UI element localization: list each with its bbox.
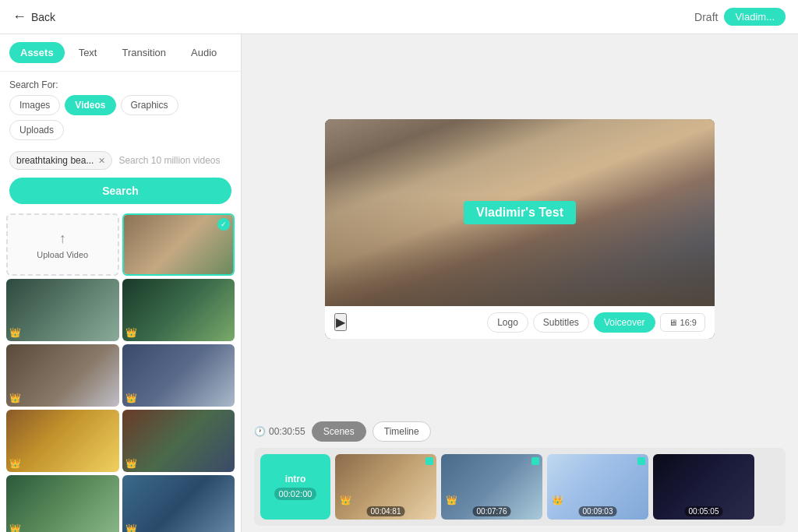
sidebar-tabs: Assets Text Transition Audio	[0, 34, 241, 72]
tag-clear-icon[interactable]: ✕	[98, 156, 105, 166]
tab-assets[interactable]: Assets	[9, 42, 65, 63]
video-result-8[interactable]: 👑	[6, 475, 119, 532]
crown-icon-7: 👑	[125, 458, 137, 469]
scene-1[interactable]: 👑 00:04:81	[335, 454, 436, 520]
crown-icon-2: 👑	[9, 327, 21, 338]
voiceover-button[interactable]: Voiceover	[594, 312, 655, 333]
search-type-row: Images Videos Graphics Uploads	[9, 95, 231, 140]
tab-transition[interactable]: Transition	[111, 42, 177, 63]
upload-icon: ↑	[59, 231, 66, 247]
video-result-5[interactable]: 👑	[122, 344, 235, 407]
user-badge[interactable]: Vladim...	[724, 8, 786, 26]
scene-intro[interactable]: intro 00:02:00	[260, 454, 330, 520]
scene-duration-2: 00:07:76	[473, 506, 511, 516]
crown-icon-9: 👑	[125, 523, 137, 532]
clock-icon: 🕐	[254, 426, 266, 437]
search-placeholder-text: Search 10 million videos	[118, 155, 220, 166]
search-tag-text: breathtaking bea...	[16, 155, 94, 166]
search-tag[interactable]: breathtaking bea... ✕	[9, 151, 112, 170]
video-result-6[interactable]: 👑	[6, 410, 119, 472]
tab-text[interactable]: Text	[68, 42, 108, 63]
crown-icon-5: 👑	[125, 393, 137, 403]
upload-label: Upload Video	[37, 250, 88, 259]
video-result-3[interactable]: 👑	[122, 279, 235, 341]
scene-duration-1: 00:04:81	[367, 506, 405, 516]
time-value: 00:30:55	[269, 426, 305, 437]
tab-audio[interactable]: Audio	[180, 42, 228, 63]
sidebar: Assets Text Transition Audio Search For:…	[0, 34, 242, 532]
timeline-area: 🕐 00:30:55 Scenes Timeline intro 00:02:0…	[242, 415, 798, 532]
scene-duration-3: 00:09:03	[579, 506, 617, 516]
search-btn-row: Search	[0, 174, 241, 210]
search-for-label: Search For:	[9, 79, 231, 90]
scene-4[interactable]: 00:05:05	[653, 454, 754, 520]
scene-duration-4: 00:05:05	[685, 506, 723, 516]
back-arrow-icon: ←	[12, 9, 26, 25]
top-right-controls: Draft Vladim...	[694, 8, 786, 26]
video-preview: Vladimir's Test ▶ Logo Subtitles Voiceov…	[325, 119, 715, 339]
content-area: Vladimir's Test ▶ Logo Subtitles Voiceov…	[242, 34, 798, 532]
back-label: Back	[31, 11, 55, 23]
subtitles-button[interactable]: Subtitles	[533, 312, 589, 333]
scene-3[interactable]: 👑 00:09:03	[547, 454, 648, 520]
crown-icon-3: 👑	[125, 327, 137, 338]
scene-intro-label: intro	[285, 474, 306, 484]
search-section: Search For: Images Videos Graphics Uploa…	[0, 72, 241, 145]
scene-crown-1: 👑	[340, 495, 351, 506]
video-controls: ▶ Logo Subtitles Voiceover 🖥 16:9	[325, 306, 715, 339]
scene-intro-duration: 00:02:00	[274, 488, 317, 500]
type-uploads[interactable]: Uploads	[9, 120, 64, 140]
scene-2[interactable]: 👑 00:07:76	[441, 454, 542, 520]
top-bar: ← Back Draft Vladim...	[0, 0, 798, 34]
logo-button[interactable]: Logo	[487, 312, 528, 333]
search-button[interactable]: Search	[9, 178, 231, 204]
back-button[interactable]: ← Back	[12, 9, 55, 25]
video-result-2[interactable]: 👑	[6, 279, 119, 341]
draft-label: Draft	[694, 11, 718, 23]
timeline-controls: 🕐 00:30:55 Scenes Timeline	[254, 415, 786, 448]
timeline-tab[interactable]: Timeline	[373, 421, 431, 442]
aspect-ratio-button[interactable]: 🖥 16:9	[660, 313, 705, 332]
video-result-4[interactable]: 👑	[6, 344, 119, 407]
selected-badge: ✓	[217, 218, 230, 231]
video-frame: Vladimir's Test	[325, 119, 715, 306]
type-videos[interactable]: Videos	[65, 95, 115, 115]
scene-crown-3: 👑	[552, 495, 563, 506]
main-layout: Assets Text Transition Audio Search For:…	[0, 34, 798, 532]
scenes-tab[interactable]: Scenes	[312, 421, 366, 442]
crown-icon-4: 👑	[9, 393, 21, 403]
video-result-7[interactable]: 👑	[122, 410, 235, 472]
preview-area: Vladimir's Test ▶ Logo Subtitles Voiceov…	[242, 34, 798, 415]
video-overlay-text: Vladimir's Test	[464, 201, 576, 224]
type-graphics[interactable]: Graphics	[121, 95, 178, 115]
vc-buttons: Logo Subtitles Voiceover 🖥 16:9	[487, 312, 705, 333]
upload-video-item[interactable]: ↑ Upload Video	[6, 213, 119, 276]
time-display: 🕐 00:30:55	[254, 426, 305, 437]
scene-crown-2: 👑	[446, 495, 457, 506]
results-grid: ↑ Upload Video ✓ 👑 👑 👑 👑	[0, 210, 241, 532]
scene-marker-2	[531, 457, 539, 465]
scenes-strip: intro 00:02:00 👑 00:04:81 👑 00:07:76	[254, 448, 786, 526]
video-result-9[interactable]: 👑	[122, 475, 235, 532]
monitor-icon: 🖥	[669, 318, 677, 327]
video-result-1[interactable]: ✓	[122, 213, 235, 276]
scene-marker-3	[637, 457, 645, 465]
type-images[interactable]: Images	[9, 95, 60, 115]
crown-icon-6: 👑	[9, 458, 21, 469]
crown-icon-8: 👑	[9, 523, 21, 532]
search-input-row: breathtaking bea... ✕ Search 10 million …	[0, 145, 241, 174]
scene-marker-1	[425, 457, 433, 465]
play-button[interactable]: ▶	[334, 313, 347, 331]
